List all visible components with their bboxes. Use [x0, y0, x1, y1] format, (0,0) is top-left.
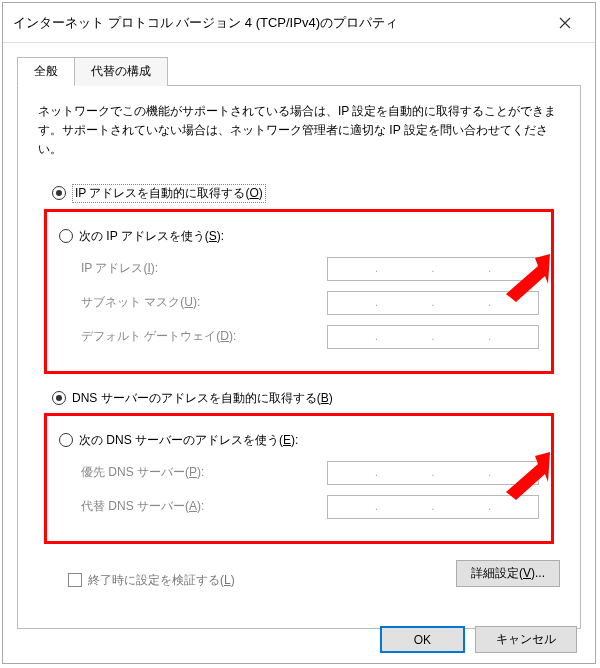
alt-dns-label: 代替 DNS サーバー(A): [59, 498, 327, 515]
advanced-button[interactable]: 詳細設定(V)... [456, 560, 560, 587]
intro-text: ネットワークでこの機能がサポートされている場合は、IP 設定を自動的に取得するこ… [38, 102, 560, 160]
gateway-label: デフォルト ゲートウェイ(D): [59, 328, 327, 345]
titlebar: インターネット プロトコル バージョン 4 (TCP/IPv4)のプロパティ [3, 3, 595, 43]
pref-dns-input[interactable]: ... [327, 461, 539, 485]
subnet-mask-row: サブネット マスク(U): ... [59, 291, 539, 315]
radio-ip-auto-row[interactable]: IP アドレスを自動的に取得する(O) [38, 182, 560, 205]
validate-checkbox-row[interactable]: 終了時に設定を検証する(L) [38, 572, 235, 589]
pref-dns-row: 優先 DNS サーバー(P): ... [59, 461, 539, 485]
subnet-mask-input[interactable]: ... [327, 291, 539, 315]
radio-dns-auto[interactable] [52, 391, 66, 405]
alt-dns-row: 代替 DNS サーバー(A): ... [59, 495, 539, 519]
dialog-buttons: OK キャンセル [380, 626, 577, 653]
window-title: インターネット プロトコル バージョン 4 (TCP/IPv4)のプロパティ [13, 14, 545, 32]
tab-general-label: 全般 [34, 64, 58, 78]
radio-dns-manual-row[interactable]: 次の DNS サーバーのアドレスを使う(E): [59, 430, 539, 451]
radio-dns-auto-row[interactable]: DNS サーバーのアドレスを自動的に取得する(B) [38, 388, 560, 409]
radio-ip-manual[interactable] [59, 229, 73, 243]
cancel-button[interactable]: キャンセル [475, 626, 577, 653]
radio-dns-auto-label: DNS サーバーのアドレスを自動的に取得する(B) [72, 390, 333, 407]
ip-address-label: IP アドレス(I): [59, 260, 327, 277]
tab-content-general: ネットワークでこの機能がサポートされている場合は、IP 設定を自動的に取得するこ… [17, 85, 581, 629]
radio-dns-manual[interactable] [59, 433, 73, 447]
ip-manual-group: 次の IP アドレスを使う(S): IP アドレス(I): ... サブネット … [44, 209, 554, 374]
radio-ip-auto[interactable] [52, 186, 66, 200]
radio-ip-manual-row[interactable]: 次の IP アドレスを使う(S): [59, 226, 539, 247]
radio-ip-manual-label: 次の IP アドレスを使う(S): [79, 228, 224, 245]
gateway-row: デフォルト ゲートウェイ(D): ... [59, 325, 539, 349]
tab-alternate-label: 代替の構成 [91, 64, 151, 78]
radio-ip-auto-label: IP アドレスを自動的に取得する(O) [72, 184, 266, 203]
close-icon [559, 17, 571, 29]
tab-strip: 全般 代替の構成 [17, 57, 581, 86]
pref-dns-label: 優先 DNS サーバー(P): [59, 464, 327, 481]
ipv4-properties-dialog: インターネット プロトコル バージョン 4 (TCP/IPv4)のプロパティ 全… [2, 2, 596, 664]
alt-dns-input[interactable]: ... [327, 495, 539, 519]
ip-address-row: IP アドレス(I): ... [59, 257, 539, 281]
tab-area: 全般 代替の構成 ネットワークでこの機能がサポートされている場合は、IP 設定を… [17, 57, 581, 629]
tab-alternate[interactable]: 代替の構成 [74, 57, 168, 86]
subnet-mask-label: サブネット マスク(U): [59, 294, 327, 311]
close-button[interactable] [545, 3, 585, 43]
tab-general[interactable]: 全般 [17, 57, 75, 86]
validate-checkbox[interactable] [68, 573, 82, 587]
dns-manual-group: 次の DNS サーバーのアドレスを使う(E): 優先 DNS サーバー(P): … [44, 413, 554, 544]
ip-address-input[interactable]: ... [327, 257, 539, 281]
validate-checkbox-label: 終了時に設定を検証する(L) [88, 572, 235, 589]
ok-button[interactable]: OK [380, 626, 465, 653]
radio-dns-manual-label: 次の DNS サーバーのアドレスを使う(E): [79, 432, 298, 449]
gateway-input[interactable]: ... [327, 325, 539, 349]
